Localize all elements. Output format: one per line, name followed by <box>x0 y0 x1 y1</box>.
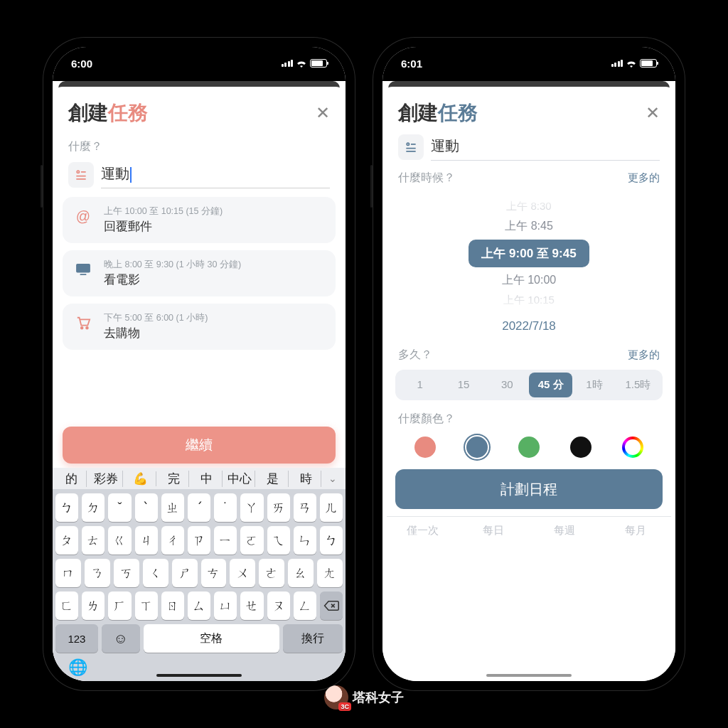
date-label[interactable]: 2022/7/18 <box>382 319 675 333</box>
key[interactable]: ㄅ <box>320 526 343 555</box>
more-duration[interactable]: 更多的 <box>628 348 660 362</box>
key[interactable]: ㄇ <box>55 559 81 587</box>
cart-icon <box>73 312 94 333</box>
color-option[interactable] <box>570 437 592 458</box>
create-task-modal: 創建任務 ✕ 什麼？ 運動 @ 上午 10:00 至 10:15 (15 分鐘) <box>53 87 346 681</box>
duration-picker[interactable]: 1153045 分1時1.5時 <box>395 370 663 400</box>
key[interactable]: ㄅ <box>55 493 78 522</box>
task-name-input[interactable]: 運動 <box>101 161 330 188</box>
key[interactable]: ㄏ <box>108 592 131 620</box>
key[interactable]: ㄎ <box>114 559 139 587</box>
key[interactable]: ㄖ <box>161 592 184 620</box>
color-option[interactable] <box>466 437 488 458</box>
globe-icon[interactable]: 🌐 <box>68 658 87 677</box>
key[interactable]: ㄤ <box>317 559 343 587</box>
key[interactable]: ㄣ <box>294 526 316 555</box>
key[interactable]: ㄆ <box>55 526 78 555</box>
time-picker[interactable]: 上午 8:30 上午 8:45 上午 9:00 至 9:45 上午 10:00 … <box>382 193 675 314</box>
key[interactable]: ㄐ <box>135 526 158 555</box>
key[interactable]: ㄗ <box>188 526 210 555</box>
svg-rect-1 <box>76 264 90 273</box>
key[interactable]: ˋ <box>135 493 158 522</box>
key[interactable]: ㄠ <box>288 559 314 587</box>
howlong-label: 多久？ 更多的 <box>382 342 675 367</box>
continue-button[interactable]: 繼續 <box>63 427 336 464</box>
key[interactable]: ㄧ <box>214 526 237 555</box>
key[interactable]: ㄓ <box>161 493 184 522</box>
repeat-option[interactable]: 每週 <box>529 524 600 537</box>
key[interactable]: ˇ <box>108 493 131 522</box>
color-option[interactable] <box>622 437 643 458</box>
key-123[interactable]: 123 <box>55 624 98 653</box>
key[interactable]: ㄢ <box>294 493 316 522</box>
suggestion-card[interactable]: 下午 5:00 至 6:00 (1 小時) 去購物 <box>63 304 336 350</box>
key-space[interactable]: 空格 <box>144 624 280 653</box>
task-icon[interactable] <box>68 162 94 188</box>
repeat-tabs[interactable]: 僅一次每日每週每月 <box>387 516 671 546</box>
key[interactable]: ㄨ <box>230 559 255 587</box>
key[interactable]: ㄡ <box>267 592 290 620</box>
duration-option[interactable]: 1時 <box>572 373 616 397</box>
key[interactable]: ㄜ <box>259 559 284 587</box>
key[interactable]: ㄟ <box>267 526 290 555</box>
more-when[interactable]: 更多的 <box>628 171 660 185</box>
wifi-icon <box>296 59 307 68</box>
key[interactable]: ㄒ <box>135 592 158 620</box>
home-indicator[interactable] <box>156 674 242 677</box>
modal-title: 創建任務 <box>398 100 478 127</box>
battery-icon <box>310 59 327 68</box>
task-icon[interactable] <box>398 134 424 160</box>
signal-icon <box>611 60 623 67</box>
close-button[interactable]: ✕ <box>646 103 660 123</box>
key[interactable]: ㄋ <box>85 559 110 587</box>
key[interactable]: ㄞ <box>267 493 290 522</box>
color-option[interactable] <box>518 437 540 458</box>
key-delete[interactable] <box>320 592 343 620</box>
color-option[interactable] <box>414 437 436 458</box>
tv-icon <box>73 259 94 280</box>
key[interactable]: ㄙ <box>188 592 210 620</box>
suggestion-card[interactable]: @ 上午 10:00 至 10:15 (15 分鐘) 回覆郵件 <box>63 197 336 243</box>
key[interactable]: ㄛ <box>240 526 263 555</box>
key-emoji[interactable]: ☺ <box>102 624 140 653</box>
key[interactable]: ㄔ <box>161 526 184 555</box>
key[interactable]: ㄚ <box>240 493 263 522</box>
key[interactable]: ㄉ <box>82 493 105 522</box>
key[interactable]: ˙ <box>214 493 237 522</box>
close-button[interactable]: ✕ <box>316 103 330 123</box>
key[interactable]: ㄌ <box>82 592 105 620</box>
schedule-button[interactable]: 計劃日程 <box>395 469 663 509</box>
key[interactable]: ㄦ <box>320 493 343 522</box>
duration-option[interactable]: 30 <box>486 373 529 397</box>
duration-option[interactable]: 45 分 <box>529 373 572 397</box>
key[interactable]: ㄝ <box>240 592 263 620</box>
duration-option[interactable]: 15 <box>441 373 485 397</box>
suggestion-card[interactable]: 晚上 8:00 至 9:30 (1 小時 30 分鐘) 看電影 <box>63 250 336 296</box>
time-selected[interactable]: 上午 9:00 至 9:45 <box>469 240 589 267</box>
key[interactable]: ㄥ <box>294 592 316 620</box>
key[interactable]: ㄘ <box>201 559 227 587</box>
svg-rect-2 <box>80 274 87 275</box>
repeat-option[interactable]: 僅一次 <box>387 524 458 537</box>
task-name-input[interactable]: 運動 <box>431 134 660 161</box>
create-task-modal: 創建任務 ✕ 運動 什麼時候？ 更多的 上午 8:30 上午 8:45 上午 9… <box>382 87 675 681</box>
home-indicator[interactable] <box>486 674 572 677</box>
keyboard[interactable]: 的彩券 💪完 中中心 是時 ⌄ ㄅㄉˇˋㄓˊ˙ㄚㄞㄢㄦㄆㄊㄍㄐㄔㄗㄧㄛㄟㄣㄅㄇㄋ… <box>53 468 346 681</box>
key[interactable]: ㄑ <box>143 559 168 587</box>
key-return[interactable]: 換行 <box>283 624 343 653</box>
repeat-option[interactable]: 每月 <box>600 524 671 537</box>
modal-title: 創建任務 <box>68 100 148 127</box>
duration-option[interactable]: 1.5時 <box>616 373 660 397</box>
key[interactable]: ˊ <box>188 493 210 522</box>
key[interactable]: ㄩ <box>214 592 237 620</box>
suggestions-list: @ 上午 10:00 至 10:15 (15 分鐘) 回覆郵件 晚上 8:00 … <box>53 193 346 354</box>
key[interactable]: ㄊ <box>82 526 105 555</box>
key[interactable]: ㄕ <box>172 559 198 587</box>
repeat-option[interactable]: 每日 <box>458 524 529 537</box>
duration-option[interactable]: 1 <box>398 373 441 397</box>
color-picker[interactable] <box>382 431 675 465</box>
key[interactable]: ㄈ <box>55 592 78 620</box>
svg-point-0 <box>77 171 79 173</box>
key[interactable]: ㄍ <box>108 526 131 555</box>
keyboard-suggestions[interactable]: 的彩券 💪完 中中心 是時 ⌄ <box>53 468 346 489</box>
